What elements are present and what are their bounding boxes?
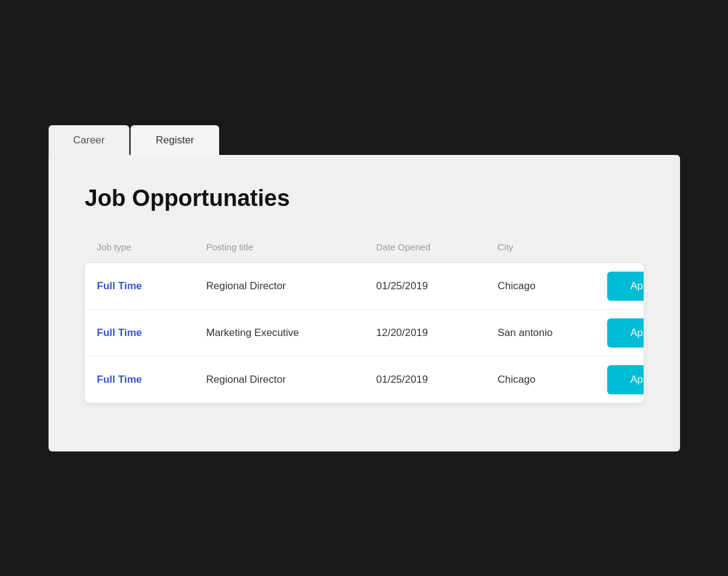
job-type-1: Full Time	[97, 280, 206, 292]
date-opened-1: 01/25/2019	[376, 280, 498, 292]
table-row: Full Time Regional Director 01/25/2019 C…	[85, 263, 644, 310]
table-headers: Job type Posting title Date Opened City	[85, 236, 644, 258]
app-window: Career Register Job Opportunaties Job ty…	[49, 125, 680, 451]
header-city: City	[498, 242, 631, 252]
tab-register-label: Register	[155, 134, 194, 146]
apply-button-1[interactable]: Apply	[607, 272, 644, 301]
table-row: Full Time Marketing Executive 12/20/2019…	[85, 310, 644, 357]
header-posting-title: Posting title	[206, 242, 376, 252]
table-row: Full Time Regional Director 01/25/2019 C…	[85, 357, 644, 403]
apply-button-3[interactable]: Apply	[607, 365, 644, 394]
tab-career[interactable]: Career	[49, 125, 130, 155]
posting-title-3: Regional Director	[206, 374, 376, 386]
job-type-3: Full Time	[97, 374, 206, 386]
page-title: Job Opportunaties	[85, 185, 644, 211]
posting-title-1: Regional Director	[206, 280, 376, 292]
apply-button-2[interactable]: Apply	[607, 318, 644, 348]
job-type-2: Full Time	[97, 327, 206, 339]
main-content: Job Opportunaties Job type Posting title…	[49, 155, 680, 451]
tab-register[interactable]: Register	[131, 125, 219, 155]
header-date-opened: Date Opened	[376, 242, 498, 252]
tab-bar: Career Register	[49, 125, 680, 155]
date-opened-3: 01/25/2019	[376, 374, 498, 386]
jobs-list: Full Time Regional Director 01/25/2019 C…	[85, 263, 644, 403]
posting-title-2: Marketing Executive	[206, 327, 376, 339]
tab-career-label: Career	[73, 134, 105, 146]
header-job-type: Job type	[97, 242, 206, 252]
date-opened-2: 12/20/2019	[376, 327, 498, 339]
